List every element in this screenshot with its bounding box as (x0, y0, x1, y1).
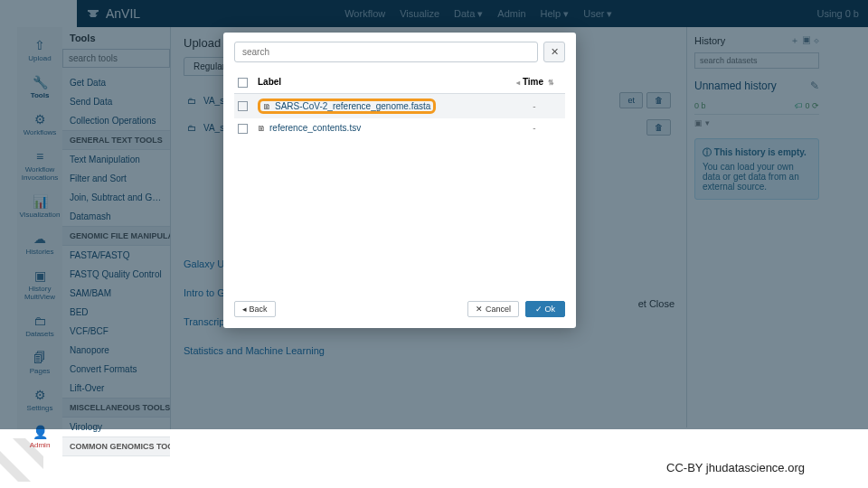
tool-section-general-text-tools: GENERAL TEXT TOOLS (62, 130, 170, 150)
history-status-icons[interactable]: 🏷 0 ⟳ (795, 101, 819, 110)
tool-section-common-genomics-tools: COMMON GENOMICS TOOLS (62, 436, 170, 456)
document-icon: 🗎 (263, 102, 271, 111)
close-button[interactable]: Close (649, 298, 675, 309)
modal-file-row[interactable]: 🗎reference_contents.tsv - (234, 118, 565, 138)
history-title[interactable]: Unnamed history (694, 80, 777, 92)
col-time[interactable]: Time (523, 77, 543, 87)
rail-item-history-multiview[interactable]: ▣History MultiView (17, 263, 62, 308)
tool-section-miscellaneous-tools: MISCELLANEOUS TOOLS (62, 398, 170, 418)
rail-item-histories[interactable]: ☁Histories (17, 226, 62, 263)
rail-item-tools[interactable]: 🔧Tools (17, 70, 62, 107)
rail-item-workflow-invocations[interactable]: ≡Workflow Invocations (17, 144, 62, 189)
rail-item-upload[interactable]: ⇧Upload (17, 33, 62, 70)
brand-text: AnVIL (106, 6, 140, 21)
history-empty-notice: ⓘ This history is empty. You can load yo… (694, 138, 819, 200)
tool-item-collection-operations[interactable]: Collection Operations (62, 111, 170, 130)
history-header-label: History (694, 35, 725, 46)
modal-table-header: Label ◂ Time ⇅ (234, 71, 565, 94)
file-name: VA_s (203, 96, 224, 106)
edit-icon[interactable]: ✎ (810, 80, 819, 92)
attribution: CC-BY jhudatascience.org (666, 461, 805, 474)
brand: AnVIL (86, 6, 140, 21)
rail-item-datasets[interactable]: 🗀Datasets (17, 308, 62, 345)
topnav-menu: Workflow Visualize Data ▾ Admin Help ▾ U… (140, 8, 816, 20)
tool-item-fastq-quality-control[interactable]: FASTQ Quality Control (62, 265, 170, 284)
folder-icon: 🗀 (187, 123, 196, 133)
history-search-input[interactable] (694, 52, 819, 69)
anvil-logo-icon (86, 6, 100, 21)
quota-usage: Using 0 b (817, 8, 859, 19)
tool-item-nanopore[interactable]: Nanopore (62, 341, 170, 360)
tool-section-genomic-file-manipulat: GENOMIC FILE MANIPULAT (62, 226, 170, 246)
tool-item-send-data[interactable]: Send Data (62, 92, 170, 111)
clear-search-button[interactable]: ✕ (543, 42, 565, 62)
top-navbar: AnVIL Workflow Visualize Data ▾ Admin He… (77, 0, 868, 27)
tool-item-lift-over[interactable]: Lift-Over (62, 379, 170, 398)
file-picker-modal: ✕ Label ◂ Time ⇅ 🗎SARS-CoV-2_reference_g… (223, 33, 576, 328)
file-name: VA_s (203, 123, 224, 133)
left-rail: ⇧Upload🔧Tools⚙Workflows≡Workflow Invocat… (17, 27, 62, 429)
rail-item-settings[interactable]: ⚙Settings (17, 382, 62, 419)
tool-item-vcf-bcf[interactable]: VCF/BCF (62, 322, 170, 341)
tools-panel: Tools Get DataSend DataCollection Operat… (62, 27, 171, 429)
modal-file-row[interactable]: 🗎SARS-CoV-2_reference_genome.fasta - (234, 94, 565, 118)
nav-user[interactable]: User ▾ (583, 8, 612, 20)
rail-item-visualization[interactable]: 📊Visualization (17, 189, 62, 226)
start-button[interactable]: et (638, 298, 646, 309)
cancel-button[interactable]: ✕ Cancel (467, 301, 519, 317)
ok-button[interactable]: ✓ Ok (525, 301, 565, 317)
history-tag-row[interactable]: ▣ ▾ (694, 115, 819, 131)
history-size: 0 b (694, 101, 706, 110)
file-label: SARS-CoV-2_reference_genome.fasta (275, 101, 430, 111)
tools-header: Tools (62, 27, 170, 49)
file-time: - (507, 101, 561, 111)
row-checkbox[interactable] (238, 124, 248, 134)
tools-search-input[interactable] (62, 49, 170, 68)
tool-item-fasta-fastq[interactable]: FASTA/FASTQ (62, 246, 170, 265)
file-time: - (507, 123, 561, 133)
back-button[interactable]: ◂ Back (234, 301, 276, 317)
history-actions[interactable]: ＋ ▣ ⟐ (790, 34, 819, 47)
tool-item-get-data[interactable]: Get Data (62, 73, 170, 92)
link-stats-ml[interactable]: Statistics and Machine Learning (184, 336, 675, 365)
tool-item-sam-bam[interactable]: SAM/BAM (62, 284, 170, 303)
row-checkbox[interactable] (238, 101, 248, 111)
nav-data[interactable]: Data ▾ (454, 8, 483, 20)
rail-item-pages[interactable]: 🗐Pages (17, 345, 62, 382)
rail-item-workflows[interactable]: ⚙Workflows (17, 107, 62, 144)
tool-item-bed[interactable]: BED (62, 303, 170, 322)
tool-item-datamash[interactable]: Datamash (62, 207, 170, 226)
folder-icon: 🗀 (187, 96, 196, 106)
col-label[interactable]: Label (258, 77, 507, 88)
tool-item-convert-formats[interactable]: Convert Formats (62, 360, 170, 379)
tool-item-join-subtract-and-group[interactable]: Join, Subtract and Group (62, 188, 170, 207)
trash-icon[interactable]: 🗑 (646, 119, 671, 136)
document-icon: 🗎 (258, 124, 266, 133)
nav-help[interactable]: Help ▾ (541, 8, 570, 20)
trash-icon[interactable]: 🗑 (646, 92, 671, 108)
select-all-checkbox[interactable] (238, 78, 248, 88)
nav-visualize[interactable]: Visualize (400, 8, 439, 20)
tool-item-virology[interactable]: Virology (62, 418, 170, 436)
history-panel: History ＋ ▣ ⟐ Unnamed history ✎ 0 b 🏷 0 … (686, 27, 826, 427)
modal-search-input[interactable] (234, 42, 538, 62)
nav-admin[interactable]: Admin (497, 8, 525, 20)
tool-item-text-manipulation[interactable]: Text Manipulation (62, 150, 170, 169)
nav-workflow[interactable]: Workflow (344, 8, 385, 20)
rail-item-admin[interactable]: 👤Admin (17, 419, 62, 456)
file-label: reference_contents.tsv (269, 123, 361, 133)
empty-body: You can load your own data or get data f… (703, 162, 811, 192)
file-start-button[interactable]: et (619, 92, 643, 108)
empty-title: ⓘ This history is empty. (703, 146, 811, 159)
tool-item-filter-and-sort[interactable]: Filter and Sort (62, 169, 170, 188)
